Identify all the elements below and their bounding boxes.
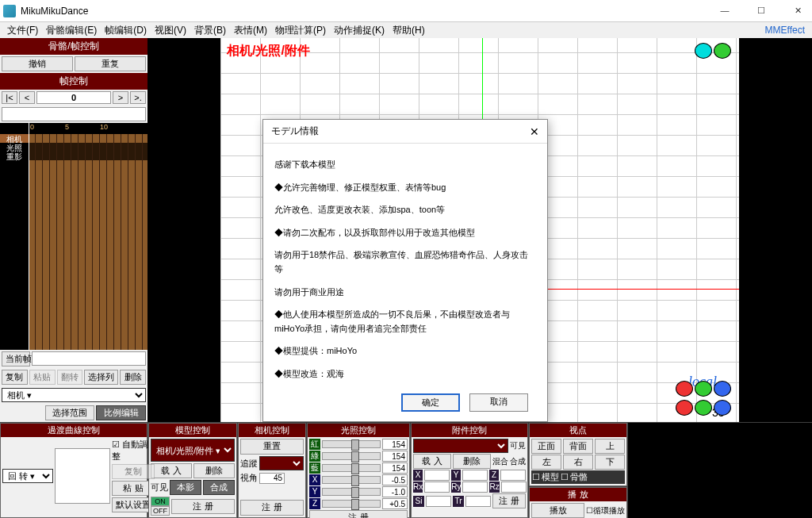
menu-file[interactable]: 文件(F) bbox=[3, 24, 42, 37]
menu-background[interactable]: 背景(B) bbox=[190, 24, 230, 37]
paste-button[interactable]: 粘贴 bbox=[29, 370, 56, 385]
model-register-button[interactable]: 注 册 bbox=[171, 499, 235, 514]
acc-x[interactable] bbox=[424, 470, 450, 481]
scale-edit-button[interactable]: 比例编辑 bbox=[96, 405, 146, 420]
gizmo-z-icon[interactable] bbox=[714, 381, 731, 397]
accessory-delete-button[interactable]: 删除 bbox=[453, 454, 491, 469]
frame-prev-button[interactable]: < bbox=[19, 91, 35, 104]
accessory-register-button[interactable]: 注 册 bbox=[492, 493, 526, 508]
menu-help[interactable]: 帮助(H) bbox=[389, 24, 429, 37]
dialog-cancel-button[interactable]: 取消 bbox=[469, 393, 528, 412]
on-toggle[interactable]: ON bbox=[151, 497, 170, 506]
view-left-button[interactable]: 左 bbox=[531, 455, 561, 470]
gizmo-y-icon[interactable] bbox=[695, 381, 712, 397]
close-button[interactable]: ✕ bbox=[787, 6, 809, 16]
light-register-button[interactable]: 注 册 bbox=[309, 510, 408, 518]
undo-button[interactable]: 撤销 bbox=[2, 56, 73, 71]
off-toggle[interactable]: OFF bbox=[151, 506, 170, 516]
frame-number-input[interactable]: 0 bbox=[36, 91, 111, 104]
curve-editor[interactable] bbox=[55, 448, 110, 504]
green-slider[interactable] bbox=[322, 452, 381, 460]
model-panel-select[interactable]: 相机/光照/附件 ▾ bbox=[151, 439, 235, 462]
blue-slider[interactable] bbox=[322, 464, 381, 472]
view-up-button[interactable]: 上 bbox=[595, 439, 625, 454]
acc-rx[interactable] bbox=[424, 482, 450, 493]
lz-value[interactable] bbox=[382, 498, 408, 509]
red-slider[interactable] bbox=[322, 440, 381, 448]
view-back-button[interactable]: 背面 bbox=[563, 439, 593, 454]
menu-mmeffect[interactable]: MMEffect bbox=[761, 25, 809, 36]
orientation-gizmo[interactable] bbox=[676, 381, 731, 416]
view-front-button[interactable]: 正面 bbox=[531, 439, 561, 454]
maximize-button[interactable]: ☐ bbox=[750, 6, 772, 16]
gizmo-rx-icon[interactable] bbox=[676, 400, 693, 416]
compose-button[interactable]: 合成 bbox=[203, 480, 235, 495]
redo-button[interactable]: 重复 bbox=[75, 56, 146, 71]
dialog-ok-button[interactable]: 确定 bbox=[401, 393, 460, 412]
lx-slider[interactable] bbox=[322, 476, 381, 484]
minimize-button[interactable]: — bbox=[714, 6, 736, 16]
view-down-button[interactable]: 下 bbox=[595, 455, 625, 470]
delete-button[interactable]: 删除 bbox=[120, 370, 146, 385]
frame-last-button[interactable]: >. bbox=[130, 91, 146, 104]
frame-next-button[interactable]: > bbox=[113, 91, 128, 104]
frame-first-button[interactable]: |< bbox=[2, 91, 17, 104]
gizmo-x-icon[interactable] bbox=[676, 381, 693, 397]
copy-button[interactable]: 复制 bbox=[2, 370, 28, 385]
lx-value[interactable] bbox=[382, 474, 408, 485]
select-col-button[interactable]: 选择列 bbox=[84, 370, 118, 385]
menu-motion-capture[interactable]: 动作捕捉(K) bbox=[330, 24, 389, 37]
gizmo-rz-icon[interactable] bbox=[714, 400, 731, 416]
camera-register-button[interactable]: 注 册 bbox=[240, 500, 304, 516]
menu-view[interactable]: 视图(V) bbox=[151, 24, 190, 37]
flip-button[interactable]: 翻转 bbox=[57, 370, 83, 385]
red-value[interactable] bbox=[382, 439, 408, 450]
view-angle-input[interactable] bbox=[259, 473, 285, 484]
menu-bone-edit[interactable]: 骨骼编辑(E) bbox=[42, 24, 101, 37]
track-shadow[interactable]: 重影 bbox=[0, 152, 29, 160]
menu-physics[interactable]: 物理計算(P) bbox=[271, 24, 330, 37]
timeline-playhead[interactable] bbox=[29, 123, 29, 350]
ly-slider[interactable] bbox=[322, 488, 381, 496]
model-delete-button[interactable]: 删除 bbox=[193, 463, 235, 478]
view-right-button[interactable]: 右 bbox=[563, 455, 593, 470]
move-tool-icon[interactable] bbox=[714, 43, 731, 59]
camera-follow-select[interactable] bbox=[259, 456, 304, 470]
blue-value[interactable] bbox=[382, 462, 408, 474]
acc-ry[interactable] bbox=[462, 482, 488, 493]
play-button[interactable]: 播放 bbox=[531, 503, 584, 518]
viewport-gutter-right bbox=[739, 38, 812, 422]
lz-slider[interactable] bbox=[322, 500, 381, 508]
search-tool-icon[interactable] bbox=[695, 43, 712, 59]
track-name-input[interactable] bbox=[2, 107, 146, 121]
acc-rz[interactable] bbox=[501, 482, 527, 493]
model-select[interactable]: 相机 ▾ bbox=[2, 388, 146, 402]
accessory-select[interactable] bbox=[413, 439, 508, 453]
bone-checkbox[interactable]: ☐ bbox=[561, 472, 569, 482]
acc-tr[interactable] bbox=[465, 496, 491, 507]
track-camera[interactable]: 相机 bbox=[0, 134, 29, 143]
loop-checkbox[interactable]: ☐循環播放 bbox=[586, 505, 625, 516]
acc-y[interactable] bbox=[462, 470, 488, 481]
shadow-button[interactable]: 本影 bbox=[170, 480, 201, 495]
ly-value[interactable] bbox=[382, 486, 408, 497]
play-panel: 播 放 播放☐循環播放 起始幀結束幀 bbox=[529, 487, 627, 518]
accessory-load-button[interactable]: 载 入 bbox=[413, 454, 451, 469]
curve-copy-button[interactable]: 复制 bbox=[112, 464, 155, 479]
timeline[interactable]: 0 5 10 相机 光照 重影 bbox=[0, 123, 147, 350]
camera-reset-button[interactable]: 重置 bbox=[240, 439, 304, 455]
menu-expression[interactable]: 表情(M) bbox=[230, 24, 271, 37]
acc-si[interactable] bbox=[426, 496, 451, 507]
model-load-button[interactable]: 载 入 bbox=[151, 463, 192, 478]
model-checkbox[interactable]: ☐ bbox=[532, 472, 540, 482]
dialog-close-button[interactable]: ✕ bbox=[530, 125, 539, 138]
track-light[interactable]: 光照 bbox=[0, 143, 29, 152]
menu-frame-edit[interactable]: 帧编辑(D) bbox=[101, 24, 151, 37]
model-info-dialog: モデル情報 ✕ 感谢下载本模型 ◆允许完善物理、修正模型权重、表情等bug 允许… bbox=[262, 119, 548, 422]
gizmo-ry-icon[interactable] bbox=[695, 400, 712, 416]
green-value[interactable] bbox=[382, 451, 408, 462]
curve-axis-select[interactable]: 回 转 ▾ bbox=[2, 469, 53, 483]
select-range-button[interactable]: 选择范围 bbox=[45, 405, 95, 420]
current-frame-field[interactable] bbox=[32, 351, 146, 366]
acc-z[interactable] bbox=[500, 470, 526, 481]
